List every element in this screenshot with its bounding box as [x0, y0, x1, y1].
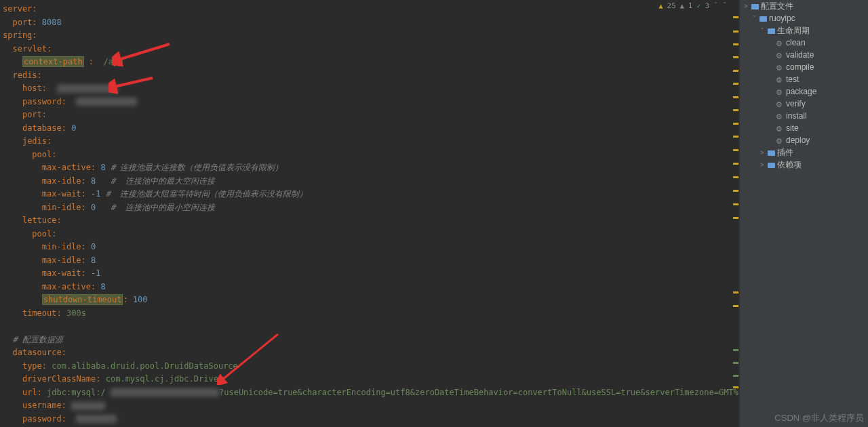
code-line[interactable]: server: — [3, 3, 732, 16]
folder-icon — [768, 28, 775, 34]
code-line[interactable]: max-active: 8 # 连接池最大连接数（使用负值表示没有限制） — [3, 161, 732, 175]
tree-twisty-icon[interactable]: > — [759, 161, 766, 168]
tree-dependencies[interactable]: >依赖项 — [740, 159, 868, 171]
warning-marker[interactable] — [733, 136, 738, 138]
lifecycle-verify[interactable]: verify — [740, 98, 868, 110]
ok-marker[interactable] — [733, 362, 738, 364]
tree-lifecycle[interactable]: ˅生命周期 — [740, 24, 868, 37]
tree-twisty-icon[interactable]: > — [759, 149, 766, 156]
watermark: CSDN @非人类程序员 — [774, 412, 864, 424]
warning-marker[interactable] — [733, 96, 738, 98]
lifecycle-test[interactable]: test — [740, 73, 868, 85]
gear-icon — [776, 124, 784, 132]
code-line[interactable]: # 配置数据源 — [3, 333, 732, 347]
gear-icon — [776, 87, 784, 96]
code-line[interactable]: redis: — [3, 69, 732, 83]
code-line[interactable]: max-wait: -1 — [3, 267, 732, 281]
folder-icon — [768, 163, 775, 168]
code-line[interactable]: type: com.alibaba.druid.pool.DruidDataSo… — [3, 360, 732, 373]
code-line[interactable]: context-path : /app — [3, 56, 732, 69]
gear-icon — [776, 63, 784, 71]
folder-icon — [760, 16, 767, 22]
code-line[interactable]: shutdown-timeout: 100 — [3, 293, 732, 307]
gear-icon — [776, 75, 784, 83]
gear-icon — [776, 112, 784, 120]
tree-label: compile — [786, 62, 814, 72]
code-line[interactable]: password: — [3, 413, 732, 426]
code-line[interactable]: lettuce: — [3, 214, 732, 228]
warning-marker[interactable] — [733, 30, 738, 33]
tree-label: test — [786, 75, 799, 84]
warning-marker[interactable] — [733, 217, 738, 219]
code-line[interactable]: min-idle: 0 — [3, 241, 732, 254]
code-line[interactable]: password: — [3, 96, 732, 109]
tree-twisty-icon[interactable]: ˅ — [759, 27, 766, 34]
tree-label: deploy — [786, 136, 810, 145]
warning-marker[interactable] — [733, 70, 738, 72]
folder-icon — [768, 150, 775, 156]
code-line[interactable]: driverClassName: com.mysql.cj.jdbc.Drive… — [3, 373, 732, 386]
code-line[interactable]: host: — [3, 82, 732, 96]
maven-tool-window[interactable]: >配置文件˅ruoyipc˅生命周期cleanvalidatecompilete… — [739, 0, 868, 427]
tree-label: clean — [786, 38, 806, 47]
warning-marker[interactable] — [733, 83, 738, 85]
tree-label: package — [786, 87, 816, 96]
code-line[interactable]: pool: — [3, 148, 732, 162]
tree-label: 生命周期 — [777, 25, 810, 37]
tree-label: validate — [786, 50, 814, 60]
tree-plugins[interactable]: >插件 — [740, 146, 868, 159]
warning-marker[interactable] — [733, 291, 738, 293]
code-line[interactable]: servlet: — [3, 43, 732, 56]
lifecycle-install[interactable]: install — [740, 110, 868, 122]
warning-marker[interactable] — [733, 203, 738, 205]
lifecycle-compile[interactable]: compile — [740, 61, 868, 73]
tree-label: 插件 — [777, 147, 793, 159]
warning-marker[interactable] — [733, 56, 738, 58]
code-line[interactable]: pool: — [3, 228, 732, 241]
gear-icon — [776, 136, 784, 144]
code-line[interactable]: spring: — [3, 29, 732, 43]
warning-marker[interactable] — [733, 163, 738, 165]
code-line[interactable]: url: jdbc:mysql:/ ?useUnicode=true&chara… — [3, 386, 732, 400]
code-line[interactable]: max-active: 8 — [3, 281, 732, 294]
tree-twisty-icon[interactable]: ˅ — [751, 15, 757, 22]
lifecycle-site[interactable]: site — [740, 122, 868, 134]
code-line[interactable]: port: 8088 — [3, 16, 732, 30]
warning-marker[interactable] — [733, 386, 738, 388]
tree-project[interactable]: ˅ruoyipc — [740, 12, 868, 24]
warning-marker[interactable] — [733, 149, 738, 151]
code-line[interactable] — [3, 320, 732, 333]
lifecycle-deploy[interactable]: deploy — [740, 134, 868, 146]
code-line[interactable]: database: 0 — [3, 122, 732, 136]
warning-marker[interactable] — [733, 190, 738, 192]
warning-marker[interactable] — [733, 123, 738, 125]
warning-marker[interactable] — [733, 109, 738, 111]
gear-icon — [776, 100, 784, 108]
warning-marker[interactable] — [733, 43, 738, 45]
code-line[interactable]: max-idle: 8 — [3, 254, 732, 268]
warning-marker[interactable] — [733, 176, 738, 178]
code-line[interactable]: timeout: 300s — [3, 307, 732, 321]
tree-twisty-icon[interactable]: > — [743, 3, 749, 9]
ok-marker[interactable] — [733, 349, 738, 351]
code-line[interactable]: jedis: — [3, 135, 732, 148]
code-line[interactable]: datasource: — [3, 346, 732, 360]
code-editor[interactable]: ▲25 ▲1 ✓3 ˆ ˇ server: port: 8088spring: … — [0, 0, 739, 427]
ok-marker[interactable] — [733, 375, 738, 377]
tree-root[interactable]: >配置文件 — [740, 0, 868, 12]
code-line[interactable]: username: — [3, 399, 732, 413]
code-line[interactable]: max-idle: 8 # 连接池中的最大空闲连接 — [3, 175, 732, 188]
warning-marker[interactable] — [733, 305, 738, 307]
gear-icon — [776, 51, 784, 59]
lifecycle-clean[interactable]: clean — [740, 37, 868, 49]
tree-label: ruoyipc — [769, 14, 795, 23]
lifecycle-validate[interactable]: validate — [740, 49, 868, 61]
warning-marker[interactable] — [733, 16, 738, 18]
gear-icon — [776, 39, 784, 47]
code-line[interactable]: port: — [3, 108, 732, 122]
lifecycle-package[interactable]: package — [740, 85, 868, 98]
code-line[interactable]: min-idle: 0 # 连接池中的最小空闲连接 — [3, 201, 732, 215]
code-line[interactable]: max-wait: -1 # 连接池最大阻塞等待时间（使用负值表示没有限制） — [3, 188, 732, 201]
tree-label: site — [786, 123, 799, 133]
tree-label: 配置文件 — [761, 1, 793, 12]
